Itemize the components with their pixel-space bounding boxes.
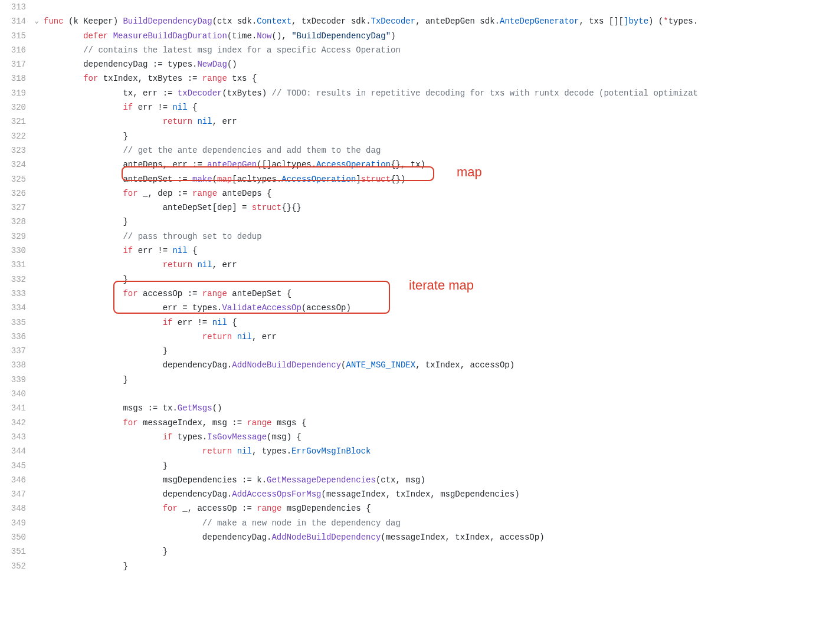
- code-line[interactable]: 337 }: [0, 344, 826, 358]
- line-number: 313: [0, 0, 30, 14]
- code-content[interactable]: if err != nil {: [44, 316, 826, 330]
- code-content[interactable]: for txIndex, txBytes := range txs {: [44, 71, 826, 86]
- code-content[interactable]: for _, dep := range anteDeps {: [44, 186, 826, 201]
- code-line[interactable]: 323 // get the ante dependencies and add…: [0, 143, 826, 157]
- line-number: 348: [0, 501, 30, 515]
- code-line[interactable]: 333 for accessOp := range anteDepSet {: [0, 287, 826, 301]
- line-number: 316: [0, 43, 30, 57]
- code-line[interactable]: 322 }: [0, 129, 826, 143]
- code-line[interactable]: 342 for messageIndex, msg := range msgs …: [0, 416, 826, 430]
- code-content[interactable]: if types.IsGovMessage(msg) {: [44, 430, 826, 444]
- line-number: 329: [0, 229, 30, 244]
- code-content[interactable]: }: [44, 373, 826, 387]
- code-line[interactable]: 318 for txIndex, txBytes := range txs {: [0, 71, 826, 86]
- code-line[interactable]: 349 // make a new node in the dependency…: [0, 516, 826, 530]
- code-line[interactable]: 313: [0, 0, 826, 14]
- line-number: 344: [0, 444, 30, 458]
- code-content[interactable]: if err != nil {: [44, 100, 826, 114]
- code-content[interactable]: anteDeps, err := anteDepGen([]acltypes.A…: [44, 157, 826, 172]
- code-content[interactable]: // pass through set to dedup: [44, 229, 826, 244]
- line-number: 341: [0, 401, 30, 415]
- code-content[interactable]: // get the ante dependencies and add the…: [44, 143, 826, 157]
- line-number: 350: [0, 530, 30, 544]
- code-line[interactable]: 326 for _, dep := range anteDeps {: [0, 186, 826, 201]
- code-content[interactable]: // make a new node in the dependency dag: [44, 516, 826, 530]
- code-content[interactable]: msgDependencies := k.GetMessageDependenc…: [44, 473, 826, 487]
- fold-gutter[interactable]: ⌄: [30, 14, 44, 28]
- code-line[interactable]: 339 }: [0, 373, 826, 387]
- code-content[interactable]: return nil, err: [44, 258, 826, 272]
- code-viewer[interactable]: 313314⌄func (k Keeper) BuildDependencyDa…: [0, 0, 826, 573]
- code-line[interactable]: 328 }: [0, 215, 826, 229]
- line-number: 345: [0, 459, 30, 473]
- line-number: 349: [0, 516, 30, 530]
- code-content[interactable]: for accessOp := range anteDepSet {: [44, 287, 826, 301]
- code-line[interactable]: 332 }: [0, 272, 826, 287]
- code-content[interactable]: for messageIndex, msg := range msgs {: [44, 416, 826, 430]
- line-number: 337: [0, 344, 30, 358]
- code-line[interactable]: 335 if err != nil {: [0, 316, 826, 330]
- line-number: 339: [0, 373, 30, 387]
- code-content[interactable]: for _, accessOp := range msgDependencies…: [44, 501, 826, 515]
- code-content[interactable]: return nil, types.ErrGovMsgInBlock: [44, 444, 826, 458]
- code-content[interactable]: }: [44, 272, 826, 287]
- code-content[interactable]: return nil, err: [44, 330, 826, 344]
- code-content[interactable]: }: [44, 129, 826, 143]
- code-line[interactable]: 352 }: [0, 559, 826, 573]
- code-line[interactable]: 315 defer MeasureBuildDagDuration(time.N…: [0, 29, 826, 43]
- code-line[interactable]: 331 return nil, err: [0, 258, 826, 272]
- code-line[interactable]: 350 dependencyDag.AddNodeBuildDependency…: [0, 530, 826, 544]
- line-number: 321: [0, 114, 30, 129]
- code-line[interactable]: 347 dependencyDag.AddAccessOpsForMsg(mes…: [0, 487, 826, 501]
- code-content[interactable]: }: [44, 559, 826, 573]
- code-content[interactable]: tx, err := txDecoder(txBytes) // TODO: r…: [44, 86, 826, 100]
- code-content[interactable]: anteDepSet[dep] = struct{}{}: [44, 201, 826, 215]
- code-content[interactable]: }: [44, 544, 826, 558]
- code-line[interactable]: 341 msgs := tx.GetMsgs(): [0, 401, 826, 415]
- code-line[interactable]: 344 return nil, types.ErrGovMsgInBlock: [0, 444, 826, 458]
- code-line[interactable]: 336 return nil, err: [0, 330, 826, 344]
- code-content[interactable]: if err != nil {: [44, 244, 826, 258]
- line-number: 351: [0, 544, 30, 558]
- line-number: 327: [0, 201, 30, 215]
- code-content[interactable]: // contains the latest msg index for a s…: [44, 43, 826, 57]
- code-content[interactable]: err = types.ValidateAccessOp(accessOp): [44, 301, 826, 315]
- code-content[interactable]: }: [44, 215, 826, 229]
- code-content[interactable]: dependencyDag.AddNodeBuildDependency(mes…: [44, 530, 826, 544]
- code-line[interactable]: 320 if err != nil {: [0, 100, 826, 114]
- code-line[interactable]: 319 tx, err := txDecoder(txBytes) // TOD…: [0, 86, 826, 100]
- code-line[interactable]: 346 msgDependencies := k.GetMessageDepen…: [0, 473, 826, 487]
- code-line[interactable]: 314⌄func (k Keeper) BuildDependencyDag(c…: [0, 14, 826, 28]
- code-content[interactable]: anteDepSet := make(map[acltypes.AccessOp…: [44, 172, 826, 186]
- code-line[interactable]: 348 for _, accessOp := range msgDependen…: [0, 501, 826, 515]
- code-line[interactable]: 351 }: [0, 544, 826, 558]
- line-number: 347: [0, 487, 30, 501]
- code-content[interactable]: dependencyDag := types.NewDag(): [44, 57, 826, 71]
- line-number: 331: [0, 258, 30, 272]
- code-content[interactable]: dependencyDag.AddAccessOpsForMsg(message…: [44, 487, 826, 501]
- code-line[interactable]: 317 dependencyDag := types.NewDag(): [0, 57, 826, 71]
- code-content[interactable]: func (k Keeper) BuildDependencyDag(ctx s…: [44, 14, 826, 28]
- line-number: 318: [0, 71, 30, 86]
- code-content[interactable]: msgs := tx.GetMsgs(): [44, 401, 826, 415]
- code-line[interactable]: 321 return nil, err: [0, 114, 826, 129]
- code-line[interactable]: 330 if err != nil {: [0, 244, 826, 258]
- code-content[interactable]: }: [44, 459, 826, 473]
- code-line[interactable]: 338 dependencyDag.AddNodeBuildDependency…: [0, 358, 826, 372]
- code-content[interactable]: }: [44, 344, 826, 358]
- code-line[interactable]: 327 anteDepSet[dep] = struct{}{}: [0, 201, 826, 215]
- code-line[interactable]: 325 anteDepSet := make(map[acltypes.Acce…: [0, 172, 826, 186]
- line-number: 317: [0, 57, 30, 71]
- code-line[interactable]: 343 if types.IsGovMessage(msg) {: [0, 430, 826, 444]
- code-line[interactable]: 334 err = types.ValidateAccessOp(accessO…: [0, 301, 826, 315]
- line-number: 328: [0, 215, 30, 229]
- line-number: 326: [0, 186, 30, 201]
- code-line[interactable]: 316 // contains the latest msg index for…: [0, 43, 826, 57]
- code-content[interactable]: dependencyDag.AddNodeBuildDependency(ANT…: [44, 358, 826, 372]
- code-line[interactable]: 340: [0, 387, 826, 401]
- code-line[interactable]: 324 anteDeps, err := anteDepGen([]acltyp…: [0, 157, 826, 172]
- code-line[interactable]: 345 }: [0, 459, 826, 473]
- code-content[interactable]: defer MeasureBuildDagDuration(time.Now()…: [44, 29, 826, 43]
- code-line[interactable]: 329 // pass through set to dedup: [0, 229, 826, 244]
- code-content[interactable]: return nil, err: [44, 114, 826, 129]
